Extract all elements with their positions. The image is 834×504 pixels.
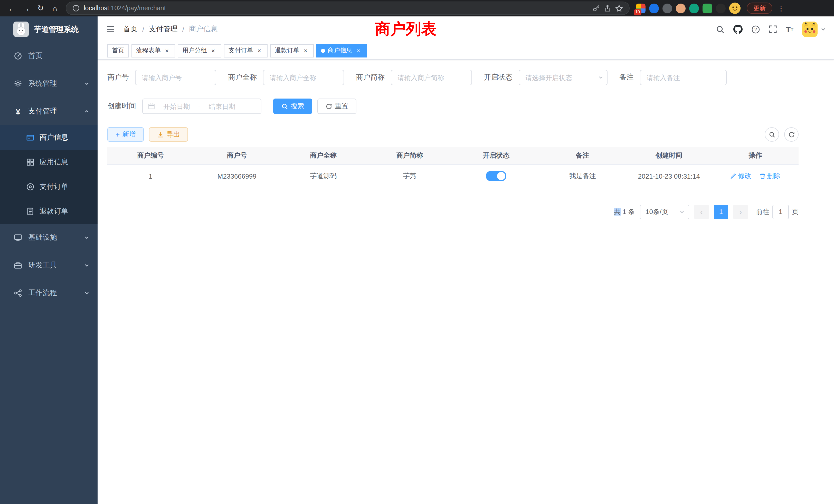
date-start-input[interactable] bbox=[158, 102, 195, 110]
forward-button[interactable]: → bbox=[20, 2, 33, 15]
app-grid-icon bbox=[26, 158, 35, 166]
page-size-select[interactable]: 10条/页 bbox=[640, 205, 689, 219]
close-icon[interactable]: × bbox=[256, 47, 263, 54]
share-icon[interactable] bbox=[604, 5, 611, 12]
tab-pay-order[interactable]: 支付订单× bbox=[224, 44, 267, 57]
export-button[interactable]: 导出 bbox=[149, 127, 188, 142]
breadcrumb-item-merchant-info: 商户信息 bbox=[189, 25, 218, 34]
sidebar-item-workflow[interactable]: 工作流程 bbox=[0, 279, 97, 307]
prev-icon: ‹ bbox=[700, 207, 703, 216]
sidebar-item-dev-tools[interactable]: 研发工具 bbox=[0, 251, 97, 279]
forward-icon: → bbox=[22, 4, 30, 13]
password-key-icon[interactable] bbox=[593, 5, 600, 12]
back-button[interactable]: ← bbox=[5, 2, 19, 15]
date-range-picker[interactable]: - bbox=[142, 98, 261, 114]
browser-menu-button[interactable]: ⋮ bbox=[777, 4, 785, 12]
status-select[interactable] bbox=[519, 70, 608, 85]
close-icon[interactable]: × bbox=[355, 47, 362, 54]
search-icon[interactable] bbox=[716, 25, 725, 33]
col-merchant-no: 商户号 bbox=[194, 147, 280, 164]
search-icon bbox=[769, 131, 775, 138]
page-1-button[interactable]: 1 bbox=[714, 205, 728, 219]
chevron-down-icon bbox=[84, 263, 89, 268]
font-size-icon[interactable]: TT bbox=[786, 25, 793, 33]
gear-icon bbox=[13, 79, 23, 88]
total-text: 共 1 条 bbox=[614, 207, 635, 216]
close-icon[interactable]: × bbox=[163, 47, 171, 54]
table-row: 1 M233666999 芋道源码 芋艿 我是备注 2021-10-23 08:… bbox=[107, 164, 798, 188]
info-icon[interactable] bbox=[72, 5, 80, 12]
extension-icon-7[interactable] bbox=[716, 3, 726, 13]
extension-icon-1[interactable]: 10 bbox=[636, 3, 645, 13]
update-button[interactable]: 更新 bbox=[747, 3, 772, 14]
fullscreen-icon[interactable] bbox=[769, 25, 777, 33]
extension-badge: 10 bbox=[634, 9, 641, 15]
extension-icon-4[interactable] bbox=[676, 3, 686, 13]
edit-link[interactable]: 修改 bbox=[730, 171, 751, 181]
sidebar-item-payment[interactable]: ¥ 支付管理 bbox=[0, 97, 97, 125]
filter-short-name: 商户简称 bbox=[356, 70, 472, 85]
address-bar[interactable]: localhost:1024/pay/merchant bbox=[66, 2, 630, 15]
page-layout: 芋道管理系统 首页 系统管理 ¥ 支付管理 bbox=[0, 17, 834, 504]
github-icon[interactable] bbox=[733, 25, 743, 34]
col-actions: 操作 bbox=[712, 147, 799, 164]
pagination: 共 1 条 10条/页 ‹ 1 › 前往 页 bbox=[107, 205, 798, 219]
short-name-input[interactable] bbox=[391, 70, 472, 85]
next-icon: › bbox=[739, 207, 742, 216]
refresh-table-button[interactable] bbox=[784, 127, 798, 142]
sidebar-subitem-refund-order[interactable]: 退款订单 bbox=[0, 199, 97, 224]
close-icon[interactable]: × bbox=[210, 47, 217, 54]
add-button[interactable]: + 新增 bbox=[107, 127, 144, 142]
short-name-label: 商户简称 bbox=[356, 73, 385, 82]
extension-icon-2[interactable] bbox=[649, 3, 659, 13]
extension-icon-6[interactable] bbox=[703, 3, 712, 13]
date-end-input[interactable] bbox=[204, 102, 241, 110]
breadcrumb-item-payment[interactable]: 支付管理 bbox=[149, 25, 178, 34]
close-icon[interactable]: × bbox=[302, 47, 309, 54]
bookmark-star-icon[interactable] bbox=[615, 4, 623, 12]
browser-profile-avatar[interactable] bbox=[729, 3, 741, 14]
download-icon bbox=[157, 131, 164, 138]
sidebar-item-infrastructure[interactable]: 基础设施 bbox=[0, 224, 97, 251]
back-icon: ← bbox=[8, 4, 16, 13]
extension-icon-5[interactable] bbox=[689, 3, 699, 13]
refund-doc-icon bbox=[26, 207, 35, 215]
tab-user-group[interactable]: 用户分组× bbox=[178, 44, 221, 57]
prev-page-button[interactable]: ‹ bbox=[694, 205, 709, 219]
remark-input[interactable] bbox=[640, 70, 727, 85]
col-remark: 备注 bbox=[540, 147, 626, 164]
sidebar-item-system[interactable]: 系统管理 bbox=[0, 70, 97, 97]
date-separator: - bbox=[198, 102, 200, 110]
reset-button[interactable]: 重置 bbox=[317, 98, 356, 114]
home-button[interactable]: ⌂ bbox=[48, 2, 62, 15]
toggle-search-button[interactable] bbox=[765, 127, 779, 142]
reload-button[interactable]: ↻ bbox=[34, 2, 47, 15]
calendar-icon bbox=[148, 102, 155, 110]
merchant-no-input[interactable] bbox=[135, 70, 216, 85]
active-tab-dot bbox=[321, 48, 325, 53]
sidebar-item-home[interactable]: 首页 bbox=[0, 42, 97, 70]
status-label: 开启状态 bbox=[484, 73, 512, 82]
tab-home[interactable]: 首页 bbox=[107, 44, 129, 57]
full-name-input[interactable] bbox=[263, 70, 344, 85]
plus-icon: + bbox=[115, 131, 120, 138]
extension-icon-3[interactable] bbox=[662, 3, 672, 13]
goto-page-input[interactable] bbox=[772, 205, 789, 219]
user-menu[interactable] bbox=[802, 22, 826, 37]
status-toggle[interactable] bbox=[486, 171, 506, 181]
sidebar-subitem-pay-order[interactable]: 支付订单 bbox=[0, 175, 97, 199]
tab-merchant-info[interactable]: 商户信息× bbox=[316, 44, 367, 57]
sidebar-toggle[interactable] bbox=[106, 25, 115, 34]
help-icon[interactable]: ? bbox=[751, 25, 760, 33]
app-logo: 芋道管理系统 bbox=[0, 17, 97, 42]
status-select-input[interactable] bbox=[519, 70, 608, 85]
search-button[interactable]: 搜索 bbox=[273, 98, 312, 114]
sidebar-subitem-app-info[interactable]: 应用信息 bbox=[0, 150, 97, 175]
delete-link[interactable]: 删除 bbox=[759, 171, 780, 181]
next-page-button[interactable]: › bbox=[733, 205, 748, 219]
tab-refund-order[interactable]: 退款订单× bbox=[270, 44, 314, 57]
breadcrumb-item-home[interactable]: 首页 bbox=[123, 25, 138, 34]
sidebar-subitem-merchant-info[interactable]: 商户信息 bbox=[0, 125, 97, 150]
tab-process-form[interactable]: 流程表单× bbox=[131, 44, 175, 57]
user-avatar[interactable] bbox=[802, 22, 817, 37]
